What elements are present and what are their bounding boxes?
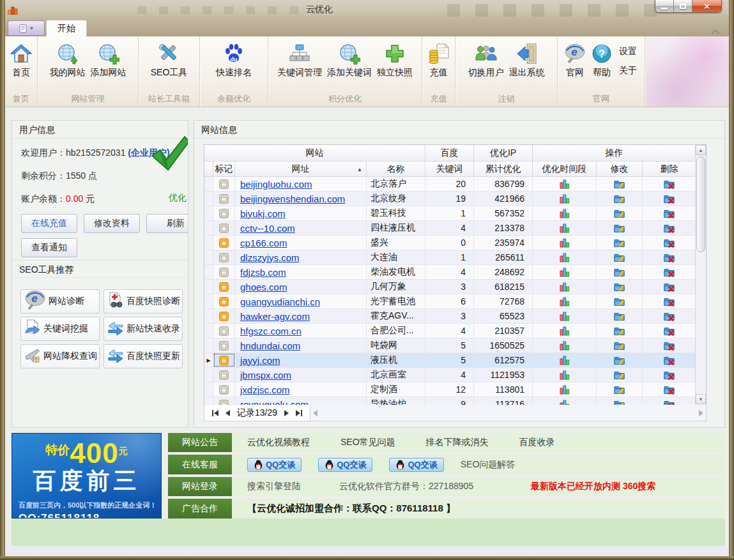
qq-chat-button[interactable]: QQ交谈	[318, 458, 372, 472]
table-row[interactable]: hndundai.com吨袋网51650525	[204, 338, 706, 353]
ribbon-small-button[interactable]: 设置	[619, 46, 637, 57]
column-header[interactable]: 修改	[597, 162, 643, 177]
website-link[interactable]: guangyudianchi.cn	[235, 296, 320, 307]
promo-banner[interactable]: 特价400元 百度前三 百度前三页内，500以下指数的正规企业词！ QQ:765…	[11, 433, 162, 518]
table-row[interactable]: cctv--10.com四柱液压机4213378	[204, 221, 706, 236]
optimize-time-chart-button[interactable]	[533, 250, 597, 264]
qq-chat-button[interactable]: QQ交谈	[389, 458, 443, 472]
delete-button[interactable]	[643, 250, 696, 264]
edit-button[interactable]	[597, 192, 643, 206]
last-record-button[interactable]	[296, 410, 302, 416]
footer-link[interactable]: 云优化视频教程	[247, 437, 310, 448]
table-row[interactable]: jxdzjsc.com定制酒12113801	[204, 382, 706, 397]
close-button[interactable]: ×	[692, 0, 721, 12]
ribbon-button[interactable]: 首页	[8, 40, 34, 80]
star-cell[interactable]	[213, 221, 235, 235]
optimize-time-chart-button[interactable]	[533, 280, 597, 294]
star-cell[interactable]	[213, 236, 235, 250]
delete-button[interactable]	[643, 368, 696, 382]
website-link[interactable]: beijingwenshendian.com	[235, 193, 345, 204]
ribbon-button[interactable]: 添加网站	[88, 40, 129, 80]
delete-button[interactable]	[643, 265, 696, 279]
ribbon-button[interactable]: SEO工具	[148, 40, 190, 80]
scrollbar-thumb[interactable]	[696, 156, 705, 252]
table-row[interactable]: jbmspx.com北京画室41121953	[204, 368, 706, 382]
horizontal-scrollbar[interactable]	[310, 410, 706, 416]
delete-button[interactable]	[643, 294, 696, 308]
optimize-time-chart-button[interactable]	[533, 368, 597, 382]
website-link[interactable]: ghoes.com	[235, 282, 287, 292]
star-cell[interactable]	[213, 177, 235, 191]
edit-button[interactable]	[597, 324, 643, 338]
footer-link[interactable]: SEO常见问题	[340, 437, 395, 448]
footer-link[interactable]: 百度收录	[519, 437, 555, 448]
edit-button[interactable]	[597, 177, 643, 191]
delete-button[interactable]	[643, 206, 696, 220]
delete-button[interactable]	[643, 382, 696, 397]
edit-button[interactable]	[597, 206, 643, 220]
collapse-ribbon-icon[interactable]	[711, 26, 720, 37]
maximize-button[interactable]	[674, 0, 692, 12]
optimize-time-chart-button[interactable]	[533, 324, 597, 338]
delete-button[interactable]	[643, 192, 696, 206]
table-row[interactable]: ▶jayyj.com液压机5612575	[204, 353, 706, 368]
tab-start[interactable]: 开始	[46, 20, 87, 36]
table-row[interactable]: fdjzsb.com柴油发电机4248692	[204, 265, 706, 280]
delete-button[interactable]	[643, 309, 696, 323]
delete-button[interactable]	[643, 280, 696, 294]
app-menu-button[interactable]: ▾	[8, 20, 45, 36]
website-link[interactable]: fdjzsb.com	[235, 267, 286, 278]
optimize-time-chart-button[interactable]	[533, 309, 597, 323]
vertical-scrollbar[interactable]: ▲▼	[695, 145, 706, 404]
table-row[interactable]: ghoes.com几何万象3618215	[204, 280, 706, 294]
edit-button[interactable]	[597, 309, 643, 323]
website-link[interactable]: cctv--10.com	[235, 223, 295, 234]
edit-profile-button[interactable]: 修改资料	[84, 214, 140, 233]
edit-button[interactable]	[597, 382, 643, 397]
footer-link[interactable]: SEO问题解答	[461, 459, 516, 471]
optimize-time-chart-button[interactable]	[533, 192, 597, 206]
website-link[interactable]: biyukj.com	[235, 208, 286, 219]
delete-button[interactable]	[643, 324, 696, 338]
ribbon-button[interactable]: 退出系统	[507, 40, 547, 80]
previous-record-button[interactable]	[226, 410, 230, 416]
website-link[interactable]: beijingluohu.com	[235, 179, 312, 190]
table-row[interactable]: biyukj.com碧玉科技1567352	[204, 206, 706, 221]
table-row[interactable]: beijingwenshendian.com北京纹身19421966	[204, 192, 706, 206]
optimize-time-chart-button[interactable]	[533, 265, 597, 279]
edit-button[interactable]	[597, 221, 643, 235]
table-row[interactable]: guangyudianchi.cn光宇蓄电池672768	[204, 294, 706, 309]
delete-button[interactable]	[643, 221, 696, 235]
seo-tool-button[interactable]: 新站快速收录	[103, 317, 183, 341]
scroll-up-icon[interactable]: ▲	[696, 145, 706, 155]
delete-button[interactable]	[643, 236, 696, 250]
star-cell[interactable]	[213, 280, 235, 294]
optimize-time-chart-button[interactable]	[533, 206, 597, 220]
star-cell[interactable]	[213, 265, 235, 279]
scroll-right-icon[interactable]	[699, 410, 703, 416]
edit-button[interactable]	[597, 236, 643, 250]
column-header[interactable]: 累计优化	[474, 162, 533, 177]
table-row[interactable]: hawker-agv.com霍克AGV...365523	[204, 309, 706, 324]
edit-button[interactable]	[597, 280, 643, 294]
table-row[interactable]: cp166.com盛兴0235974	[204, 236, 706, 250]
edit-button[interactable]	[597, 338, 643, 352]
table-row[interactable]: beijingluohu.com北京落户20836799	[204, 177, 706, 192]
ribbon-button[interactable]: 切换用户	[466, 40, 507, 80]
scroll-left-icon[interactable]	[313, 410, 317, 416]
ribbon-button[interactable]: 充值	[425, 40, 452, 80]
column-header[interactable]: 名称	[367, 162, 425, 177]
website-link[interactable]: hfgszc.com.cn	[235, 326, 302, 337]
star-cell[interactable]	[213, 368, 235, 382]
scroll-down-icon[interactable]: ▼	[696, 394, 706, 404]
website-link[interactable]: cp166.com	[235, 238, 287, 248]
optimize-time-chart-button[interactable]	[533, 338, 597, 352]
seo-tool-button[interactable]: 关键词挖掘	[20, 317, 100, 341]
column-header[interactable]: 网址▲	[235, 162, 367, 177]
column-header[interactable]: 标记	[213, 162, 235, 177]
column-header[interactable]: 删除	[643, 162, 696, 177]
view-notices-button[interactable]: 查看通知	[21, 238, 77, 257]
ribbon-button[interactable]: du快速排名	[213, 40, 254, 80]
star-cell[interactable]	[213, 206, 235, 220]
ribbon-button[interactable]: 添加关键词	[325, 40, 374, 80]
